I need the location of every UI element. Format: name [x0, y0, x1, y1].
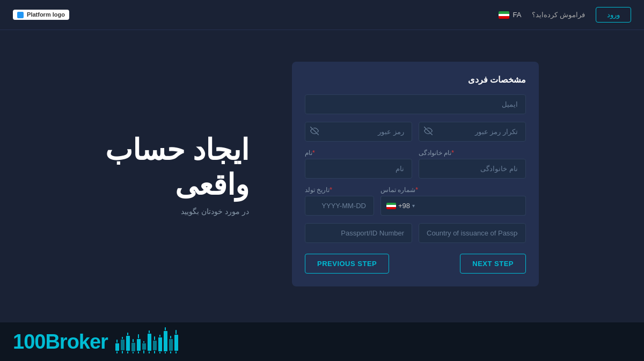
- candle-wick: [165, 327, 166, 330]
- candle-body: [121, 340, 125, 350]
- candle-wick: [122, 337, 123, 339]
- phone-prefix-selector[interactable]: +98 ▾: [380, 196, 420, 216]
- candle-wick: [175, 330, 177, 334]
- phone-prefix-chevron: ▾: [412, 203, 415, 209]
- next-step-button[interactable]: NEXT STEP: [460, 254, 526, 274]
- phone-label-text: شماره تماس: [380, 186, 415, 194]
- password-input[interactable]: [305, 122, 412, 142]
- phone-number-input[interactable]: [420, 196, 526, 216]
- phone-prefix-text: +98: [398, 202, 410, 210]
- name-row: * نام * نام خانوادگی: [305, 149, 526, 179]
- candle-body: [142, 343, 146, 350]
- dob-wrap: * تاریخ تولد: [305, 186, 374, 216]
- candle-body: [131, 343, 135, 351]
- email-field-row: [305, 94, 526, 114]
- first-name-input[interactable]: [305, 159, 412, 179]
- confirm-password-input[interactable]: [419, 122, 526, 142]
- candlestick-chart: [115, 330, 178, 353]
- candle-wick: [170, 351, 171, 353]
- required-star-phone: *: [415, 186, 418, 194]
- candle-5: [137, 334, 141, 353]
- candle-wick: [143, 341, 144, 343]
- family-label-text: نام خانوادگی: [419, 149, 451, 157]
- email-input[interactable]: [305, 94, 526, 114]
- passport-number-wrap: [305, 223, 412, 243]
- candle-wick: [133, 339, 134, 342]
- confirm-password-eye-icon[interactable]: [424, 127, 433, 137]
- dob-label-text: تاریخ تولد: [305, 186, 330, 194]
- form-section-title: مشخصات فردی: [305, 75, 526, 85]
- candle-wick: [116, 351, 118, 353]
- candle-body: [137, 339, 141, 351]
- candle-body: [115, 343, 119, 351]
- candle-wick: [138, 351, 139, 353]
- passport-row: [305, 223, 526, 243]
- candle-3: [126, 333, 130, 353]
- header: Platform logo FA فراموش کرده‌اید؟ ورود: [0, 0, 644, 30]
- confirm-password-input-wrap: [419, 122, 526, 142]
- candle-wick: [149, 351, 150, 353]
- hero-title: ایجاد حساب واقعی: [105, 132, 249, 202]
- passport-number-input[interactable]: [305, 223, 412, 243]
- phone-wrap: * شماره تماس +98 ▾: [380, 186, 526, 216]
- candle-9: [158, 335, 162, 353]
- candle-wick: [165, 352, 166, 353]
- first-name-wrap: * نام: [305, 149, 412, 179]
- candle-wick: [175, 351, 177, 353]
- candle-wick: [122, 351, 123, 353]
- previous-step-button[interactable]: PREVIOUS STEP: [305, 254, 389, 274]
- password-row: [305, 122, 526, 142]
- passport-country-wrap: [419, 223, 526, 243]
- required-star: *: [312, 149, 315, 157]
- dob-input[interactable]: [305, 196, 374, 216]
- platform-logo: Platform logo: [13, 10, 69, 20]
- candle-6: [142, 341, 146, 353]
- hero-title-line1: ایجاد حساب: [105, 132, 249, 167]
- form-buttons-row: PREVIOUS STEP NEXT STEP: [305, 254, 526, 274]
- required-star-family: *: [451, 149, 454, 157]
- main-content: ایجاد حساب واقعی در مورد خودتان بگویید م…: [0, 30, 644, 318]
- family-name-input[interactable]: [419, 159, 526, 179]
- language-selector[interactable]: FA: [499, 11, 521, 19]
- login-button[interactable]: ورود: [596, 7, 631, 23]
- candle-11: [169, 336, 173, 353]
- candle-2: [121, 337, 125, 353]
- candle-body: [164, 331, 167, 351]
- candle-wick: [127, 351, 128, 353]
- candle-wick: [116, 340, 118, 343]
- flag-icon-ir: [499, 11, 509, 19]
- candle-wick: [133, 352, 134, 353]
- forgot-password-link[interactable]: فراموش کرده‌اید؟: [532, 11, 585, 19]
- dob-label: * تاریخ تولد: [305, 186, 374, 194]
- logo-area: Platform logo: [13, 10, 69, 20]
- brand-name-text: 100Broker: [13, 330, 108, 353]
- candle-1: [115, 340, 119, 353]
- footer-brand: 100Broker: [0, 322, 644, 361]
- candle-body: [153, 341, 157, 350]
- candle-body: [126, 336, 130, 351]
- family-name-wrap: * نام خانوادگی: [419, 149, 526, 179]
- phone-flag-icon: [386, 203, 396, 209]
- dob-phone-row: * تاریخ تولد * شماره تماس +98 ▾: [305, 186, 526, 216]
- candle-8: [153, 336, 157, 353]
- candle-wick: [170, 336, 171, 338]
- candle-body: [148, 334, 151, 351]
- hero-title-line2: واقعی: [105, 167, 249, 202]
- header-right: FA فراموش کرده‌اید؟ ورود: [499, 7, 631, 23]
- hero-subtitle: در مورد خودتان بگویید: [105, 207, 249, 216]
- candle-wick: [143, 350, 144, 353]
- candle-wick: [154, 351, 155, 353]
- password-eye-icon[interactable]: [310, 127, 319, 137]
- password-input-wrap: [305, 122, 412, 142]
- lang-code: FA: [513, 11, 521, 19]
- phone-input-group: +98 ▾: [380, 196, 526, 216]
- candle-10: [164, 327, 167, 353]
- candle-wick: [154, 336, 155, 340]
- candle-wick: [159, 352, 160, 353]
- logo-text: Platform logo: [27, 11, 65, 18]
- candle-body: [169, 339, 173, 351]
- candle-12: [174, 330, 178, 353]
- passport-country-input[interactable]: [419, 223, 526, 243]
- first-name-label: * نام: [305, 149, 412, 157]
- candle-wick: [127, 333, 128, 335]
